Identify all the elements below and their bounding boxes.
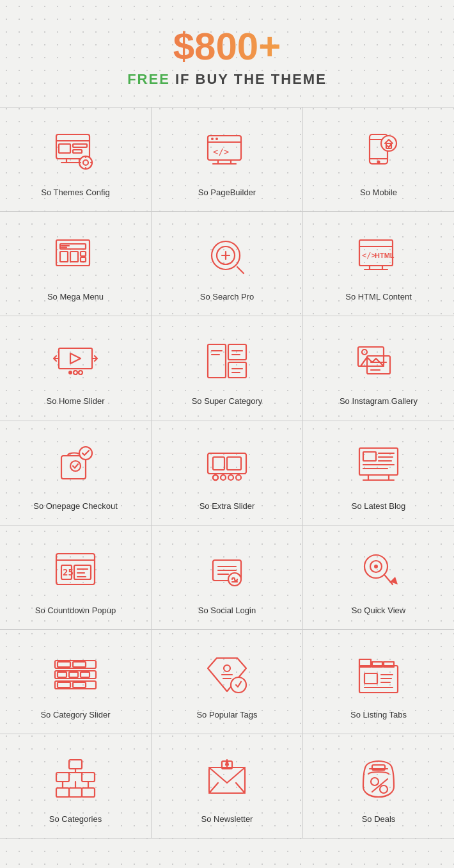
svg-point-150 (380, 785, 387, 793)
home-slider-label: So Home Slider (46, 396, 104, 407)
grid-cell-search-pro: So Search Pro (152, 212, 303, 316)
listing-tabs-label: So Listing Tabs (350, 709, 407, 721)
svg-marker-49 (70, 353, 81, 364)
svg-point-66 (362, 350, 367, 355)
quick-view-icon (353, 545, 404, 596)
listing-tabs-icon (353, 649, 404, 700)
mobile-label: So Mobile (360, 187, 397, 198)
svg-line-107 (385, 575, 393, 584)
grid-cell-listing-tabs: So Listing Tabs (303, 630, 454, 734)
search-pro-label: So Search Pro (200, 291, 254, 303)
svg-rect-32 (81, 252, 86, 256)
svg-point-21 (215, 138, 218, 140)
svg-rect-133 (82, 773, 95, 782)
svg-text:HTML: HTML (375, 252, 395, 259)
svg-rect-55 (208, 344, 226, 378)
countdown-popup-icon: 25 (50, 545, 101, 596)
price-text: $800+ (13, 26, 441, 68)
category-slider-icon (50, 649, 101, 700)
svg-point-20 (211, 138, 214, 140)
svg-point-25 (378, 161, 380, 163)
subtitle-text: FREE IF BUY THE THEME (13, 71, 441, 88)
svg-rect-31 (70, 252, 78, 262)
themes-config-label: So Themes Config (41, 187, 109, 198)
svg-rect-116 (58, 682, 70, 687)
svg-rect-48 (59, 348, 92, 369)
grid-cell-countdown-popup: 25 So Countdown Popup (0, 526, 152, 629)
grid-cell-home-slider: So Home Slider (0, 316, 152, 420)
social-login-icon (201, 545, 253, 596)
grid-cell-deals: So Deals (303, 734, 454, 838)
grid-cell-social-login: So Social Login (152, 526, 303, 629)
mega-menu-icon (50, 231, 101, 282)
home-slider-icon (50, 335, 101, 387)
grid-cell-html-content: </> HTML So HTML Content (303, 212, 454, 316)
free-label: FREE (127, 71, 170, 87)
items-grid: So Themes Config </> So PageBuilder (0, 107, 454, 839)
grid-cell-onepage-checkout: So Onepage Checkout (0, 421, 152, 525)
mega-menu-label: So Mega Menu (47, 291, 104, 303)
grid-row-3: So Home Slider So Super Category (0, 316, 454, 421)
grid-row-4: So Onepage Checkout So Extra Slider (0, 421, 454, 526)
pagebuilder-label: So PageBuilder (198, 187, 256, 198)
grid-row-6: So Category Slider So Popular Tags (0, 630, 454, 734)
countdown-popup-label: So Countdown Popup (35, 605, 116, 616)
extra-slider-label: So Extra Slider (200, 501, 255, 512)
grid-row-5: 25 So Countdown Popup (0, 526, 454, 630)
svg-rect-3 (73, 144, 87, 147)
grid-cell-super-category: So Super Category (152, 316, 303, 420)
svg-rect-82 (363, 452, 376, 461)
svg-point-52 (79, 371, 82, 374)
grid-cell-latest-blog: So Latest Blog (303, 421, 454, 525)
svg-point-118 (224, 665, 230, 671)
svg-rect-114 (69, 672, 78, 677)
quick-view-label: So Quick View (352, 605, 405, 616)
svg-rect-126 (364, 673, 377, 684)
svg-rect-115 (81, 672, 90, 677)
svg-rect-2 (59, 144, 70, 153)
svg-rect-76 (227, 457, 241, 470)
grid-cell-instagram-gallery: So Instagram Gallery (303, 316, 454, 420)
grid-cell-mega-menu: So Mega Menu (0, 212, 152, 316)
grid-cell-category-slider: So Category Slider (0, 630, 152, 734)
super-category-icon (201, 335, 253, 387)
svg-rect-132 (56, 773, 69, 782)
svg-rect-56 (228, 344, 246, 360)
svg-rect-136 (82, 788, 95, 797)
categories-label: So Categories (49, 814, 102, 825)
svg-rect-135 (69, 788, 82, 797)
svg-point-149 (371, 778, 379, 785)
svg-point-79 (228, 475, 233, 480)
html-content-label: So HTML Content (345, 291, 412, 303)
grid-cell-mobile: So Mobile (303, 108, 454, 211)
svg-rect-75 (213, 457, 224, 470)
svg-point-80 (236, 475, 241, 480)
instagram-gallery-label: So Instagram Gallery (340, 396, 418, 407)
onepage-checkout-label: So Onepage Checkout (33, 501, 118, 512)
grid-row-7: So Categories So Newsletter (0, 734, 454, 839)
latest-blog-label: So Latest Blog (352, 501, 406, 512)
svg-rect-112 (73, 662, 86, 667)
svg-text:25: 25 (63, 567, 74, 577)
popular-tags-icon (201, 649, 253, 700)
svg-point-77 (213, 475, 218, 480)
themes-config-icon (50, 127, 101, 178)
svg-rect-30 (60, 252, 68, 262)
svg-point-106 (374, 565, 378, 568)
svg-rect-131 (69, 760, 82, 769)
category-slider-label: So Category Slider (40, 709, 110, 721)
deals-label: So Deals (362, 814, 396, 825)
svg-point-50 (68, 371, 72, 374)
latest-blog-icon (353, 440, 404, 492)
mobile-icon (353, 127, 404, 178)
grid-cell-themes-config: So Themes Config (0, 108, 152, 211)
deals-icon (353, 753, 404, 805)
grid-cell-newsletter: So Newsletter (152, 734, 303, 838)
svg-point-72 (70, 461, 81, 471)
svg-line-144 (209, 783, 218, 793)
svg-text:</>: </> (213, 147, 229, 157)
pagebuilder-icon: </> (201, 127, 253, 178)
extra-slider-icon (201, 440, 253, 492)
html-content-icon: </> HTML (353, 231, 404, 282)
instagram-gallery-icon (353, 335, 404, 387)
